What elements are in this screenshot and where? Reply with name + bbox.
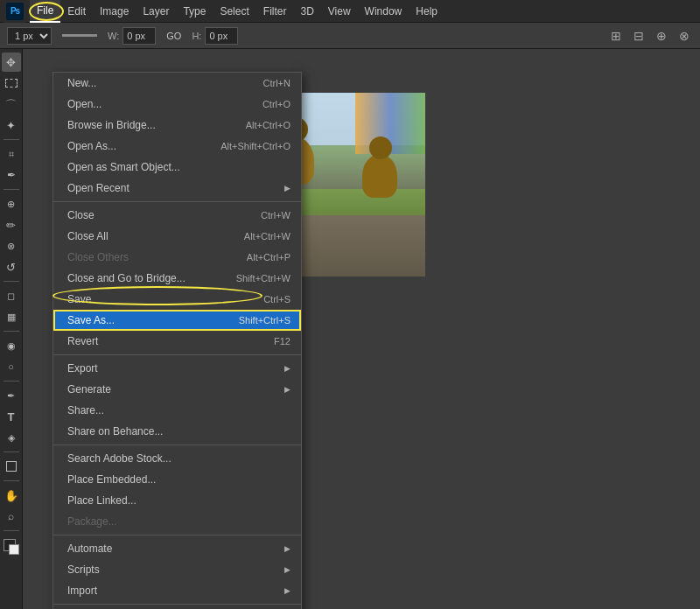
tool-healing[interactable]: ⊕ xyxy=(2,194,21,214)
menu-item-save-shortcut: Ctrl+S xyxy=(263,294,290,304)
tool-hand[interactable]: ✋ xyxy=(2,486,21,505)
options-icon-2[interactable]: ⊟ xyxy=(630,27,648,45)
height-input[interactable] xyxy=(205,27,238,45)
height-group: H: xyxy=(192,27,238,45)
menu-item-save-as[interactable]: Save As... Shift+Ctrl+S xyxy=(53,310,301,331)
menu-item-open-smart-label: Open as Smart Object... xyxy=(67,161,180,173)
menu-item-new-shortcut: Ctrl+N xyxy=(263,78,290,88)
app-logo: Ps xyxy=(4,0,26,23)
background-color[interactable] xyxy=(9,544,19,555)
menu-window[interactable]: Window xyxy=(358,0,410,23)
tool-magic-wand[interactable]: ✦ xyxy=(2,116,21,135)
wand-icon: ✦ xyxy=(6,120,16,131)
menu-item-open-recent[interactable]: Open Recent xyxy=(53,178,301,199)
sep-4 xyxy=(53,535,301,536)
tool-blur[interactable]: ◉ xyxy=(2,336,21,355)
menu-item-share[interactable]: Share... xyxy=(53,400,301,421)
menu-item-save-as-label: Save As... xyxy=(67,314,115,326)
tool-brush[interactable]: ✏ xyxy=(2,215,21,234)
crop-icon: ⌗ xyxy=(9,150,14,159)
menu-item-browse-label: Browse in Bridge... xyxy=(67,119,156,131)
menu-item-package: Package... xyxy=(53,511,301,532)
tool-select-rect[interactable] xyxy=(2,74,21,93)
menu-item-open-smart[interactable]: Open as Smart Object... xyxy=(53,157,301,178)
menu-item-share-behance[interactable]: Share on Behance... xyxy=(53,421,301,442)
menu-item-save-label: Save xyxy=(67,293,91,305)
menu-item-new-label: New... xyxy=(67,77,96,89)
menu-item-revert-shortcut: F12 xyxy=(274,336,290,346)
tool-path-select[interactable]: ◈ xyxy=(2,428,21,447)
menu-item-close-bridge[interactable]: Close and Go to Bridge... Shift+Ctrl+W xyxy=(53,268,301,289)
menu-item-scripts-label: Scripts xyxy=(67,564,100,576)
go-button[interactable]: GO xyxy=(163,31,185,41)
options-icon-4[interactable]: ⊗ xyxy=(676,27,693,45)
tool-pen[interactable]: ✒ xyxy=(2,386,21,405)
menu-image[interactable]: Image xyxy=(93,0,136,23)
size-select[interactable]: 1 px xyxy=(7,27,52,45)
sep-1 xyxy=(53,201,301,202)
menu-item-open-label: Open... xyxy=(67,98,102,110)
menu-item-close[interactable]: Close Ctrl+W xyxy=(53,205,301,226)
menu-item-search-stock[interactable]: Search Adobe Stock... xyxy=(53,448,301,469)
color-boxes[interactable] xyxy=(2,537,21,556)
menu-item-save[interactable]: Save Ctrl+S xyxy=(53,289,301,310)
menu-item-close-all[interactable]: Close All Alt+Ctrl+W xyxy=(53,226,301,247)
sep-2 xyxy=(53,354,301,355)
menu-item-scripts[interactable]: Scripts xyxy=(53,559,301,580)
menu-3d[interactable]: 3D xyxy=(293,0,320,23)
menu-item-export[interactable]: Export xyxy=(53,358,301,379)
tool-shape[interactable] xyxy=(2,457,21,476)
menu-item-browse[interactable]: Browse in Bridge... Alt+Ctrl+O xyxy=(53,115,301,136)
menu-item-automate-label: Automate xyxy=(67,542,112,555)
menu-help[interactable]: Help xyxy=(409,0,444,23)
height-label: H: xyxy=(192,31,201,41)
width-input[interactable] xyxy=(122,27,156,45)
photoshop-logo: Ps xyxy=(6,3,24,20)
menu-item-generate[interactable]: Generate xyxy=(53,379,301,400)
menu-layer[interactable]: Layer xyxy=(136,0,176,23)
tool-history[interactable]: ↺ xyxy=(2,257,21,276)
tool-eraser[interactable]: ◻ xyxy=(2,286,21,305)
tool-sep-2 xyxy=(4,189,19,190)
menu-item-open-shortcut: Ctrl+O xyxy=(262,99,290,109)
tool-move[interactable]: ✥ xyxy=(2,52,21,72)
tool-eyedropper[interactable]: ✒ xyxy=(2,165,21,185)
menu-type[interactable]: Type xyxy=(176,0,213,23)
shape-icon xyxy=(6,461,17,472)
menu-item-new[interactable]: New... Ctrl+N xyxy=(53,73,301,94)
menu-item-close-others: Close Others Alt+Ctrl+P xyxy=(53,247,301,268)
menu-filter[interactable]: Filter xyxy=(256,0,294,23)
menu-item-place-embedded[interactable]: Place Embedded... xyxy=(53,469,301,490)
menu-item-close-all-shortcut: Alt+Ctrl+W xyxy=(244,231,290,242)
tool-dodge[interactable]: ○ xyxy=(2,357,21,376)
tool-text[interactable]: T xyxy=(2,407,21,426)
options-icon-3[interactable]: ⊕ xyxy=(653,27,670,45)
menu-item-open-as[interactable]: Open As... Alt+Shift+Ctrl+O xyxy=(53,136,301,157)
menu-edit[interactable]: Edit xyxy=(60,0,93,23)
menu-item-open-as-shortcut: Alt+Shift+Ctrl+O xyxy=(220,141,290,151)
menu-file[interactable]: File xyxy=(30,0,60,23)
gradient-icon: ▦ xyxy=(7,312,16,322)
width-group: W: xyxy=(108,27,156,45)
menu-item-place-linked[interactable]: Place Linked... xyxy=(53,490,301,511)
dog-right-body xyxy=(362,154,397,198)
dodge-icon: ○ xyxy=(8,362,14,372)
menu-select[interactable]: Select xyxy=(213,0,256,23)
menu-item-close-others-label: Close Others xyxy=(67,251,129,263)
menu-item-automate[interactable]: Automate xyxy=(53,538,301,559)
options-icon-1[interactable]: ⊞ xyxy=(607,27,625,45)
tool-clone[interactable]: ⊗ xyxy=(2,236,21,256)
path-select-icon: ◈ xyxy=(8,433,15,443)
sep-5 xyxy=(53,604,301,605)
size-group: 1 px xyxy=(7,27,52,45)
history-icon: ↺ xyxy=(6,262,16,273)
menu-item-revert[interactable]: Revert F12 xyxy=(53,331,301,352)
tool-lasso[interactable]: ⌒ xyxy=(2,94,21,114)
menu-view[interactable]: View xyxy=(321,0,358,23)
tool-gradient[interactable]: ▦ xyxy=(2,307,21,326)
eraser-icon: ◻ xyxy=(7,291,15,301)
tool-crop[interactable]: ⌗ xyxy=(2,144,21,164)
menu-item-open[interactable]: Open... Ctrl+O xyxy=(53,94,301,115)
tool-zoom[interactable]: ⌕ xyxy=(2,507,21,526)
menu-item-import[interactable]: Import xyxy=(53,580,301,601)
